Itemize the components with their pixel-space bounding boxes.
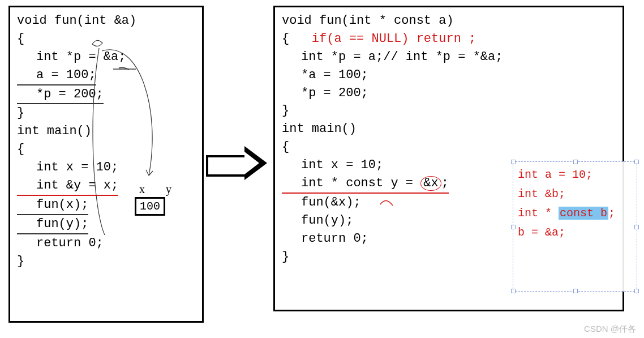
code-line: void fun(int &a) — [17, 12, 195, 30]
big-arrow — [206, 147, 271, 180]
code-line: void fun(int * const a) — [282, 12, 616, 30]
code-line: { — [17, 30, 195, 48]
code-line: int main() — [282, 120, 616, 138]
note-line: int a = 10; — [518, 165, 632, 185]
code-line: fun(y); — [17, 215, 195, 234]
code-line: int x = 10; — [17, 159, 195, 177]
mem-label-x: x — [139, 183, 145, 196]
note-box: int a = 10; int &b; int * const b; b = &… — [513, 161, 637, 292]
mem-label-y: y — [166, 183, 171, 196]
watermark: CSDN @仟各 — [584, 324, 636, 335]
note-line: b = &a; — [518, 223, 632, 242]
code-line: int *p = &a; — [17, 48, 195, 66]
code-line: } — [17, 253, 195, 271]
code-line: return 0; — [17, 234, 195, 253]
code-line: a = 100; — [17, 66, 195, 85]
code-line: { — [17, 140, 195, 159]
code-line: *a = 100; — [282, 66, 616, 84]
code-line: { if(a == NULL) return ; — [282, 30, 616, 48]
code-line: int *p = a;// int *p = *&a; — [282, 48, 616, 66]
code-line: int main() — [17, 122, 195, 140]
left-code-box: void fun(int &a) { int *p = &a; a = 100;… — [8, 6, 204, 323]
mem-value-box: 100 — [135, 197, 165, 216]
code-line: *p = 200; — [17, 85, 195, 105]
note-line: int &b; — [518, 185, 632, 204]
code-line: *p = 200; — [282, 84, 616, 102]
code-line: { — [282, 138, 616, 156]
code-line: } — [17, 104, 195, 122]
code-line: fun(x); — [17, 196, 195, 215]
note-line: int * const b; — [518, 204, 632, 223]
code-line: } — [282, 102, 616, 120]
